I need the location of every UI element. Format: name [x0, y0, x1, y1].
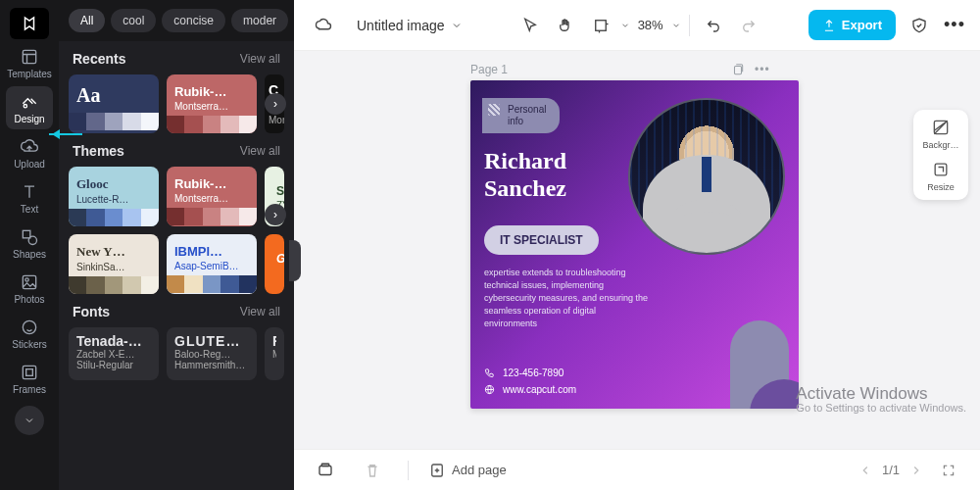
shield-icon[interactable]	[904, 10, 935, 41]
card-swatches	[167, 116, 257, 133]
rail-shapes[interactable]: Shapes	[6, 221, 53, 265]
card-title: Sp	[269, 174, 284, 200]
topbar: Untitled image 38% Export	[294, 0, 980, 51]
svg-point-5	[25, 277, 28, 280]
rail-stickers-label: Stickers	[12, 339, 47, 350]
card-title: New Y…	[69, 234, 159, 262]
add-page-button[interactable]: Add page	[428, 462, 507, 479]
phone-icon	[484, 368, 495, 378]
svg-rect-9	[595, 20, 606, 30]
themes-next[interactable]: ›	[265, 204, 286, 225]
card-title: IBMPl…	[167, 234, 257, 261]
more-menu[interactable]: •••	[943, 15, 966, 35]
rail-design[interactable]: Design	[6, 86, 53, 129]
recents-heading: Recents	[73, 51, 125, 67]
canvas[interactable]: Page 1 ••• Personal info Richard Sanchez…	[294, 51, 980, 449]
filter-concise[interactable]: concise	[162, 9, 225, 32]
duplicate-page-icon[interactable]	[731, 63, 745, 76]
chevron-down-icon[interactable]	[671, 21, 681, 30]
themes-viewall[interactable]: View all	[240, 144, 280, 158]
pan-tool[interactable]	[550, 10, 581, 41]
rail-text-label: Text	[21, 204, 38, 215]
globe-icon	[484, 384, 495, 395]
divider	[408, 461, 409, 480]
svg-rect-13	[935, 164, 947, 175]
filter-modern[interactable]: moder	[231, 9, 288, 32]
rail-upload-label: Upload	[14, 159, 45, 170]
recents-next[interactable]: ›	[265, 93, 286, 115]
website: www.capcut.com	[503, 384, 576, 395]
card-swatches	[69, 276, 159, 294]
main-area: Untitled image 38% Export	[294, 0, 980, 490]
phone: 123-456-7890	[503, 368, 564, 378]
rail-more[interactable]	[15, 406, 44, 435]
fonts-heading: Fonts	[73, 304, 110, 319]
next-page[interactable]	[909, 464, 923, 477]
recents-viewall[interactable]: View all	[240, 52, 280, 66]
crop-tool[interactable]	[585, 10, 616, 41]
divider	[689, 15, 690, 36]
rail-frames[interactable]: Frames	[6, 357, 53, 400]
rail-shapes-label: Shapes	[13, 249, 46, 260]
cloud-save-icon[interactable]	[308, 10, 339, 41]
redo-button[interactable]	[733, 10, 764, 41]
panel-collapse-handle[interactable]	[289, 240, 301, 281]
resize-label: Resize	[927, 182, 955, 192]
theme-card-orange[interactable]: Gro	[265, 234, 284, 294]
svg-rect-2	[23, 230, 29, 238]
chevron-down-icon[interactable]	[620, 21, 630, 30]
left-rail: Templates Design Upload Text Shapes Phot…	[0, 0, 59, 490]
rail-stickers[interactable]: Stickers	[6, 312, 53, 355]
theme-card-ibm[interactable]: IBMPl… Asap-SemiB…	[167, 234, 257, 294]
rail-photos[interactable]: Photos	[6, 267, 53, 310]
font-card-tenada[interactable]: Tenada-… Zacbel X-E… Stilu-Regular	[69, 327, 159, 380]
tag-line1: Personal	[508, 104, 546, 115]
undo-button[interactable]	[698, 10, 729, 41]
background-tool[interactable]: Backgr…	[922, 118, 958, 150]
prev-page[interactable]	[858, 464, 872, 477]
font-card-glute[interactable]: GLUTE… Baloo-Reg… HammersmithOn…	[167, 327, 257, 380]
page-more-icon[interactable]: •••	[755, 63, 770, 76]
design-panel: All cool concise moder Recents View all …	[59, 0, 294, 490]
contact-block: 123-456-7890 www.capcut.com	[484, 368, 576, 395]
rail-text[interactable]: Text	[6, 176, 53, 220]
rail-upload[interactable]: Upload	[6, 131, 53, 174]
svg-rect-4	[23, 275, 35, 288]
font-title: Tenada-…	[76, 333, 151, 349]
font-sub: Baloo-Reg…	[174, 349, 249, 360]
artboard[interactable]: Personal info Richard Sanchez IT SPECIAL…	[470, 80, 799, 409]
theme-card-newy[interactable]: New Y… SinkinSa…	[69, 234, 159, 294]
cursor-tool[interactable]	[514, 10, 546, 41]
theme-card-rubik[interactable]: Rubik-… Montserra…	[167, 167, 257, 226]
first-name: Richard	[484, 148, 566, 173]
highlight-arrow	[49, 133, 82, 135]
last-name: Sanchez	[484, 175, 566, 201]
filter-all[interactable]: All	[69, 9, 105, 32]
rail-templates[interactable]: Templates	[6, 41, 53, 84]
person-name: Richard Sanchez	[484, 147, 566, 202]
zoom-value[interactable]: 38%	[634, 18, 667, 32]
chevron-down-icon	[451, 20, 463, 31]
app-logo[interactable]	[10, 8, 49, 39]
recent-card-rubik[interactable]: Rubik-… Montserra…	[167, 74, 257, 133]
layers-button[interactable]	[310, 455, 341, 486]
rail-templates-label: Templates	[7, 69, 52, 79]
svg-rect-0	[23, 50, 35, 63]
fonts-viewall[interactable]: View all	[240, 305, 280, 318]
font-card-ru[interactable]: Ru M	[265, 327, 284, 380]
background-label: Backgr…	[922, 140, 958, 150]
filter-cool[interactable]: cool	[111, 9, 156, 32]
fullscreen-button[interactable]	[933, 455, 964, 486]
themes-heading: Themes	[73, 143, 124, 159]
watermark-title: Activate Windows	[796, 386, 966, 401]
export-icon	[822, 19, 836, 32]
delete-button[interactable]	[357, 455, 388, 486]
theme-card-glooc[interactable]: Glooc Lucette-R…	[69, 167, 159, 226]
page-info: Page 1 •••	[470, 63, 770, 76]
document-title[interactable]: Untitled image	[349, 14, 470, 37]
font-title: Ru	[272, 333, 276, 349]
card-swatches	[69, 209, 159, 226]
resize-tool[interactable]: Resize	[927, 160, 955, 192]
export-button[interactable]: Export	[808, 10, 896, 40]
recent-card-aa[interactable]: Aa	[69, 74, 159, 133]
